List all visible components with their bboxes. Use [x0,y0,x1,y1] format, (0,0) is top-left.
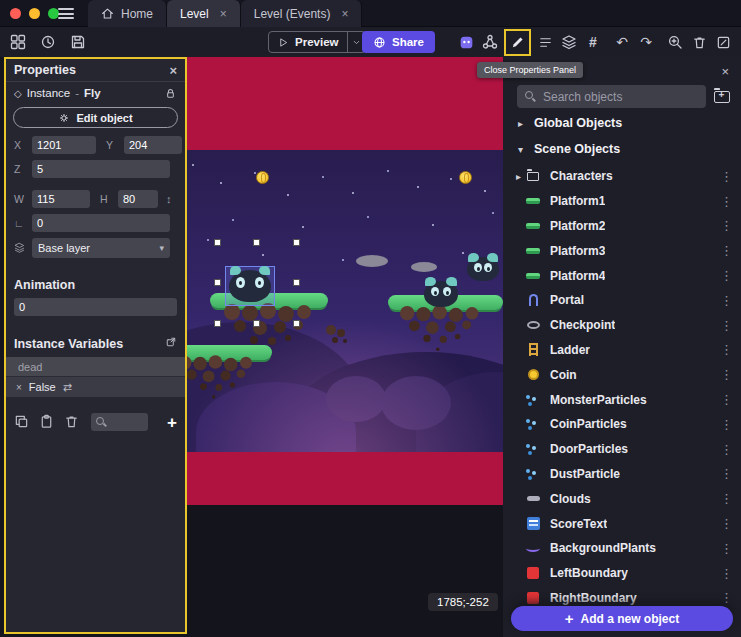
object-row-scoretext[interactable]: ScoreText ⋮ [503,511,741,536]
z-input[interactable] [32,160,170,178]
selection-handle[interactable] [293,239,300,246]
close-properties-pencil-icon[interactable] [508,31,528,53]
kebab-menu-icon[interactable]: ⋮ [720,491,733,506]
minimize-window-button[interactable] [29,8,40,19]
object-row-portal[interactable]: Portal ⋮ [503,288,741,313]
kebab-menu-icon[interactable]: ⋮ [720,367,733,382]
share-button[interactable]: Share [362,31,435,53]
close-window-button[interactable] [10,8,21,19]
object-row-platform1[interactable]: Platform1 ⋮ [503,189,741,214]
selection-handle[interactable] [253,239,260,246]
layer-select[interactable]: Base layer ▾ [32,238,170,258]
height-input[interactable] [118,190,158,208]
object-row-dustparticle[interactable]: DustParticle ⋮ [503,462,741,487]
kebab-menu-icon[interactable]: ⋮ [720,442,733,457]
variables-search-input[interactable] [91,413,148,431]
kebab-menu-icon[interactable]: ⋮ [720,293,733,308]
redo-icon[interactable]: ↷ [636,31,656,53]
objects-panel-icon[interactable] [456,31,476,53]
platform-island[interactable] [186,345,272,425]
coin-sprite[interactable] [256,171,269,184]
kebab-menu-icon[interactable]: ⋮ [720,541,733,556]
kebab-menu-icon[interactable]: ⋮ [720,243,733,258]
instances-list-icon[interactable] [535,31,555,53]
object-folder-characters[interactable]: ▸ Characters ⋮ [503,164,741,189]
y-input[interactable] [124,136,182,154]
project-manager-icon[interactable] [8,31,28,53]
layers-icon[interactable] [559,31,579,53]
selection-handle[interactable] [214,320,221,327]
lock-icon[interactable] [164,87,177,100]
main-menu-icon[interactable] [58,8,74,19]
add-folder-icon[interactable] [714,91,730,103]
kebab-menu-icon[interactable]: ⋮ [720,318,733,333]
edit-scene-properties-icon[interactable] [713,31,733,53]
preview-button[interactable]: Preview [268,31,366,53]
fly-sprite[interactable] [424,281,458,307]
add-variable-button[interactable]: + [167,414,177,431]
kebab-menu-icon[interactable]: ⋮ [720,590,733,605]
selection-handle[interactable] [214,279,221,286]
selection-handle[interactable] [214,239,221,246]
history-icon[interactable] [38,31,58,53]
kebab-menu-icon[interactable]: ⋮ [720,268,733,283]
object-row-monsterparticles[interactable]: MonsterParticles ⋮ [503,387,741,412]
object-row-platform4[interactable]: Platform4 ⋮ [503,263,741,288]
object-row-checkpoint[interactable]: Checkpoint ⋮ [503,313,741,338]
kebab-menu-icon[interactable]: ⋮ [720,417,733,432]
selection-handle[interactable] [293,279,300,286]
kebab-menu-icon[interactable]: ⋮ [720,392,733,407]
object-row-platform3[interactable]: Platform3 ⋮ [503,238,741,263]
object-groups-icon[interactable] [480,31,500,53]
animation-input[interactable] [14,298,177,316]
chevron-right-icon[interactable]: ▸ [515,118,526,129]
kebab-menu-icon[interactable]: ⋮ [720,342,733,357]
objects-search[interactable] [517,85,706,108]
variable-name-row[interactable]: dead [6,357,185,377]
object-row-ladder[interactable]: Ladder ⋮ [503,338,741,363]
checkpoint-sprite[interactable] [411,262,437,272]
width-input[interactable] [32,190,90,208]
object-row-coinparticles[interactable]: CoinParticles ⋮ [503,412,741,437]
object-row-clouds[interactable]: Clouds ⋮ [503,486,741,511]
object-row-platform2[interactable]: Platform2 ⋮ [503,214,741,239]
undo-icon[interactable]: ↶ [612,31,632,53]
save-icon[interactable] [68,31,88,53]
grid-icon[interactable]: # [583,31,603,53]
delete-icon[interactable] [689,31,709,53]
zoom-icon[interactable] [665,31,685,53]
kebab-menu-icon[interactable]: ⋮ [720,218,733,233]
fly-sprite[interactable] [467,257,499,281]
object-row-backgroundplants[interactable]: BackgroundPlants ⋮ [503,536,741,561]
floating-rocks[interactable] [326,325,336,335]
trash-icon[interactable] [64,414,79,431]
x-input[interactable] [32,136,96,154]
kebab-menu-icon[interactable]: ⋮ [720,516,733,531]
selection-box[interactable] [217,242,297,324]
chevron-down-icon[interactable]: ▾ [515,144,526,155]
object-row-leftboundary[interactable]: LeftBoundary ⋮ [503,561,741,586]
kebab-menu-icon[interactable]: ⋮ [720,566,733,581]
chevron-right-icon[interactable]: ▸ [513,171,524,182]
toggle-boolean-icon[interactable]: ⇄ [63,381,72,394]
variable-value-row[interactable]: × False ⇄ [6,377,185,397]
kebab-menu-icon[interactable]: ⋮ [720,466,733,481]
close-tab-icon[interactable]: × [341,7,348,21]
open-variables-icon[interactable] [165,336,177,351]
kebab-menu-icon[interactable]: ⋮ [720,194,733,209]
group-global-objects[interactable]: ▸ Global Objects [503,110,741,136]
close-tab-icon[interactable]: × [220,7,227,21]
close-icon[interactable]: × [169,63,177,78]
selection-handle[interactable] [253,320,260,327]
scene-canvas[interactable]: 1785;-252 [186,57,503,637]
object-row-doorparticles[interactable]: DoorParticles ⋮ [503,437,741,462]
checkpoint-sprite[interactable] [356,255,388,267]
paste-icon[interactable] [39,414,54,431]
copy-icon[interactable] [14,414,29,431]
fly-sprite-selected[interactable] [229,270,271,302]
edit-object-button[interactable]: Edit object [13,107,178,128]
tab-home[interactable]: Home [88,0,167,27]
kebab-menu-icon[interactable]: ⋮ [720,169,733,184]
tab-level-events[interactable]: Level (Events) × [241,0,363,27]
objects-search-input[interactable] [543,90,698,104]
